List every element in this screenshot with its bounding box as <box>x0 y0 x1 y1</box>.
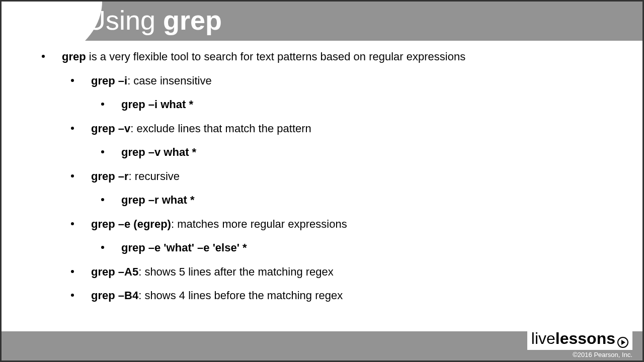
intro-text: is a very flexible tool to search for te… <box>86 50 466 63</box>
bullet-icon <box>71 79 74 82</box>
bullet-icon <box>42 55 45 58</box>
example-text: grep –e 'what' –e 'else' * <box>121 241 247 255</box>
option-row: grep –B4: shows 4 lines before the match… <box>32 289 622 303</box>
copyright-text: ©2016 Pearson, Inc. <box>527 351 632 358</box>
title-prefix: Using <box>86 5 163 35</box>
example-row: grep –v what * <box>32 145 622 159</box>
brand-logo: livelessons <box>527 328 632 350</box>
brand-lessons: lessons <box>555 329 615 348</box>
title-bold: grep <box>163 5 222 35</box>
intro-line: grep is a very flexible tool to search f… <box>32 50 622 64</box>
option-row: grep –e (egrep): matches more regular ex… <box>32 217 622 231</box>
bullet-icon <box>101 246 104 249</box>
header-band: Using grep <box>2 2 642 41</box>
option-row: grep –A5: shows 5 lines after the matchi… <box>32 265 622 279</box>
option-command: grep –v <box>91 122 130 135</box>
bullet-icon <box>71 127 74 130</box>
example-text: grep –v what * <box>121 145 196 159</box>
brand-block: livelessons ©2016 Pearson, Inc. <box>527 328 632 358</box>
option-command: grep –i <box>91 74 127 87</box>
option-desc: : shows 4 lines before the matching rege… <box>138 289 343 302</box>
bullet-icon <box>71 294 74 297</box>
option-row: grep –r: recursive <box>32 169 622 184</box>
option-command: grep –B4 <box>91 289 138 302</box>
example-row: grep –r what * <box>32 193 622 207</box>
slide-title: Using grep <box>86 5 222 36</box>
option-command: grep –e (egrep) <box>91 218 171 230</box>
option-row: grep –v: exclude lines that match the pa… <box>32 122 622 136</box>
slide-content: grep is a very flexible tool to search f… <box>2 41 642 303</box>
option-command: grep –r <box>91 170 129 183</box>
option-command: grep –A5 <box>91 265 138 278</box>
bullet-icon <box>101 150 104 153</box>
option-desc: : matches more regular expressions <box>171 218 347 230</box>
example-row: grep –e 'what' –e 'else' * <box>32 241 622 255</box>
brand-live: live <box>531 329 555 348</box>
footer-band: livelessons ©2016 Pearson, Inc. <box>2 331 642 360</box>
example-text: grep –i what * <box>121 98 193 112</box>
bullet-icon <box>71 174 74 177</box>
example-text: grep –r what * <box>121 193 194 207</box>
option-desc: : shows 5 lines after the matching regex <box>138 265 334 278</box>
option-row: grep –i: case insensitive <box>32 74 622 88</box>
play-icon <box>617 337 628 348</box>
bullet-icon <box>71 222 74 225</box>
bullet-icon <box>101 198 104 201</box>
bullet-icon <box>71 270 74 273</box>
bullet-icon <box>101 103 104 106</box>
intro-command: grep <box>62 50 86 63</box>
option-desc: : recursive <box>129 170 180 183</box>
option-desc: : case insensitive <box>127 74 212 87</box>
example-row: grep –i what * <box>32 98 622 112</box>
option-desc: : exclude lines that match the pattern <box>130 122 311 135</box>
